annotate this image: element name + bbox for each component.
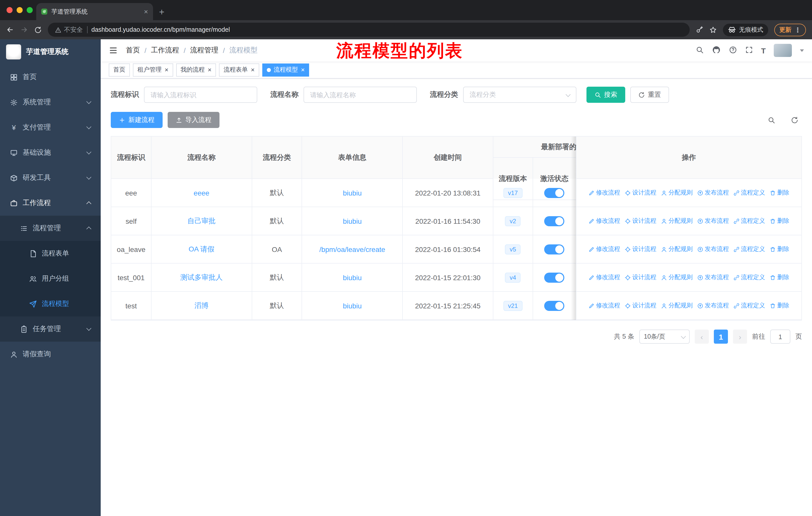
action-definition-link[interactable]: 流程定义 [733,217,765,225]
breadcrumb-home[interactable]: 首页 [126,46,140,55]
reset-button[interactable]: 重置 [630,87,669,103]
process-name-link[interactable]: 测试多审批人 [180,273,223,282]
sidebar-item-infra[interactable]: 基础设施 [0,140,101,165]
search-button[interactable]: 搜索 [586,87,625,103]
active-toggle[interactable] [544,188,564,198]
action-design-link[interactable]: 设计流程 [625,245,657,253]
form-info-link[interactable]: biubiu [343,302,362,310]
goto-page-input[interactable] [770,330,790,344]
active-toggle[interactable] [544,216,564,226]
action-edit-link[interactable]: 修改流程 [588,301,620,310]
action-publish-link[interactable]: 发布流程 [697,245,729,253]
form-info-link[interactable]: biubiu [343,273,362,281]
sidebar-item-process-form[interactable]: 流程表单 [0,241,101,266]
action-design-link[interactable]: 设计流程 [625,188,657,197]
version-badge[interactable]: v4 [505,272,521,282]
minimize-window-button[interactable] [17,7,23,13]
fullscreen-icon[interactable] [745,46,753,55]
category-select[interactable]: 流程分类 [463,87,576,103]
tag-close-icon[interactable]: × [251,66,255,73]
prev-page-button[interactable]: ‹ [695,330,709,344]
version-badge[interactable]: v5 [505,244,521,254]
action-assign-rule-link[interactable]: 分配规则 [661,301,693,310]
next-page-button[interactable]: › [733,330,747,344]
toggle-search-button[interactable] [764,112,779,128]
action-edit-link[interactable]: 修改流程 [588,273,620,282]
action-edit-link[interactable]: 修改流程 [588,245,620,253]
sidebar-item-home[interactable]: 首页 [0,64,101,90]
header-search-icon[interactable] [696,46,704,55]
current-page-button[interactable]: 1 [714,330,728,344]
process-name-link[interactable]: OA 请假 [188,245,214,254]
action-assign-rule-link[interactable]: 分配规则 [661,245,693,253]
tab-close-icon[interactable]: × [144,8,148,15]
sidebar-collapse-button[interactable] [109,46,118,55]
action-publish-link[interactable]: 发布流程 [697,301,729,310]
form-info-link[interactable]: biubiu [343,217,362,225]
process-name-input[interactable] [303,87,417,103]
font-size-icon[interactable]: T [761,46,766,55]
process-name-link[interactable]: 自己审批 [187,216,215,225]
sidebar-item-process-model[interactable]: 流程模型 [0,291,101,317]
page-size-select[interactable]: 10条/页 [639,330,690,344]
tag-close-icon[interactable]: × [165,66,168,73]
breadcrumb-workflow[interactable]: 工作流程 [151,46,179,55]
active-toggle[interactable] [544,301,564,311]
bookmark-star-icon[interactable] [709,26,717,33]
version-badge[interactable]: v21 [503,301,522,311]
browser-update-button[interactable]: 更新 ⋮ [774,23,806,36]
process-name-link[interactable]: eeee [194,189,209,197]
security-status[interactable]: 不安全 [55,25,83,34]
action-delete-link[interactable]: 删除 [770,245,789,253]
action-design-link[interactable]: 设计流程 [625,301,657,310]
import-process-button[interactable]: 导入流程 [168,112,220,128]
tag-tenant[interactable]: 租户管理 × [133,63,173,76]
action-definition-link[interactable]: 流程定义 [733,301,765,310]
tag-my-process[interactable]: 我的流程 × [176,63,216,76]
action-publish-link[interactable]: 发布流程 [697,273,729,282]
breadcrumb-process-management[interactable]: 流程管理 [190,46,219,55]
back-button[interactable] [6,26,14,34]
tag-close-icon[interactable]: × [208,66,211,73]
create-process-button[interactable]: 新建流程 [111,112,163,128]
help-icon[interactable] [729,46,737,55]
action-design-link[interactable]: 设计流程 [625,273,657,282]
maximize-window-button[interactable] [27,7,33,13]
version-badge[interactable]: v2 [505,216,521,226]
sidebar-item-devtools[interactable]: 研发工具 [0,165,101,190]
action-publish-link[interactable]: 发布流程 [697,188,729,197]
sidebar-item-task-management[interactable]: 任务管理 [0,317,101,342]
browser-menu-icon[interactable]: ⋮ [794,26,801,33]
reload-button[interactable] [34,26,42,33]
active-toggle[interactable] [544,244,564,254]
sidebar-item-user-group[interactable]: 用户分组 [0,266,101,291]
sidebar-item-system[interactable]: 系统管理 [0,90,101,115]
action-definition-link[interactable]: 流程定义 [733,188,765,197]
user-avatar[interactable] [774,44,792,57]
process-name-link[interactable]: 滔博 [194,301,208,310]
url-box[interactable]: 不安全 dashboard.yudao.iocoder.cn/bpm/manag… [48,23,690,37]
version-badge[interactable]: v17 [503,188,522,198]
action-edit-link[interactable]: 修改流程 [588,188,620,197]
action-assign-rule-link[interactable]: 分配规则 [661,273,693,282]
password-key-icon[interactable] [696,26,703,33]
action-publish-link[interactable]: 发布流程 [697,217,729,225]
new-tab-button[interactable]: + [159,7,164,17]
tag-close-icon[interactable]: × [301,66,305,73]
form-info-link[interactable]: biubiu [343,189,362,197]
action-delete-link[interactable]: 删除 [770,188,789,197]
refresh-table-button[interactable] [787,112,802,128]
tag-process-form[interactable]: 流程表单 × [219,63,259,76]
process-key-input[interactable] [144,87,257,103]
active-toggle[interactable] [544,272,564,282]
sidebar-item-workflow[interactable]: 工作流程 [0,190,101,216]
action-delete-link[interactable]: 删除 [770,301,789,310]
sidebar-item-payment[interactable]: ¥ 支付管理 [0,115,101,140]
action-delete-link[interactable]: 删除 [770,217,789,225]
browser-tab[interactable]: 芋道管理系统 × [36,3,153,20]
github-icon[interactable] [712,45,721,55]
sidebar-item-leave-query[interactable]: 请假查询 [0,342,101,367]
action-delete-link[interactable]: 删除 [770,273,789,282]
forward-button[interactable] [20,26,28,34]
tag-process-model[interactable]: 流程模型 × [262,63,309,76]
